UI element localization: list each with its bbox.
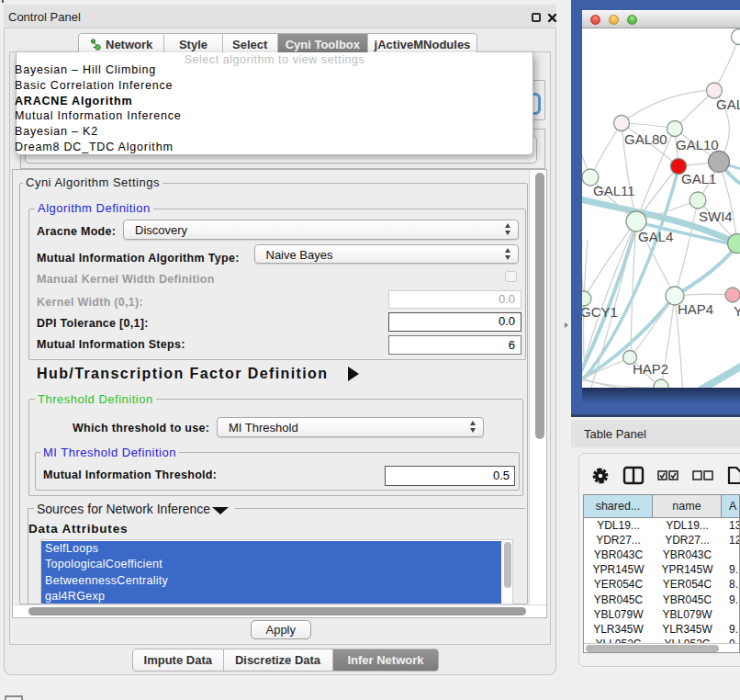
svg-text:GAL4: GAL4: [638, 229, 673, 244]
svg-text:HAP2: HAP2: [633, 361, 668, 377]
svg-text:GAL80: GAL80: [624, 131, 667, 147]
svg-text:SWI4: SWI4: [699, 209, 733, 224]
svg-text:Y: Y: [734, 303, 740, 319]
svg-text:HAP4: HAP4: [678, 301, 713, 317]
svg-text:GAL2: GAL2: [716, 96, 740, 112]
svg-text:GAL10: GAL10: [676, 137, 719, 152]
svg-text:GAL11: GAL11: [593, 183, 635, 198]
svg-text:GCY1: GCY1: [582, 304, 618, 320]
svg-text:GAL1: GAL1: [681, 171, 716, 186]
